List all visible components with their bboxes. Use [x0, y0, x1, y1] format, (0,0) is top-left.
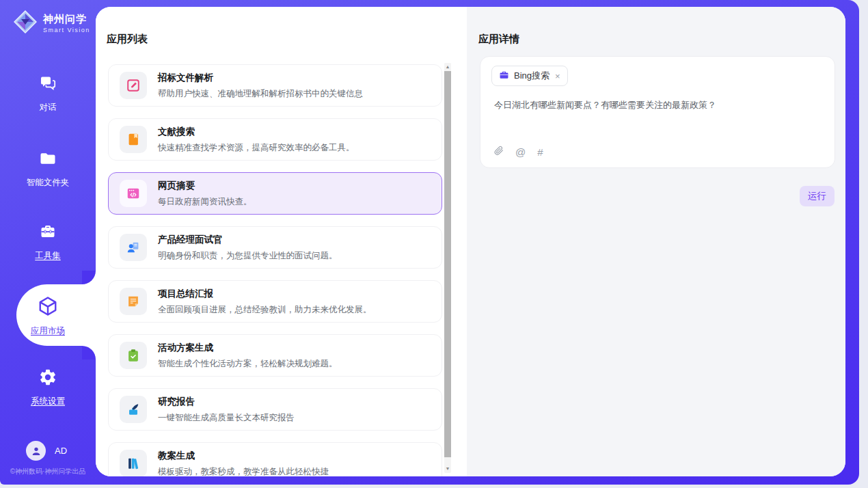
app-item-title: 研究报告 — [158, 396, 295, 408]
app-item-desc: 快速精准查找学术资源，提高研究效率的必备工具。 — [158, 142, 355, 154]
app-item-desc: 一键智能生成高质量长文本研究报告 — [158, 412, 295, 424]
brand-text: 神州问学 Smart Vision — [43, 13, 90, 33]
app-list-panel: 应用列表 招标文件解析 帮助用户快速、准确地理解和解析招标书中的关键信息 文献搜… — [96, 7, 467, 476]
scrollbar[interactable]: ▲ ▼ — [444, 63, 451, 473]
app-item-title: 产品经理面试官 — [158, 234, 338, 246]
app-list: 招标文件解析 帮助用户快速、准确地理解和解析招标书中的关键信息 文献搜索 快速精… — [108, 64, 442, 476]
sidebar-item-label: 应用市场 — [31, 325, 65, 337]
brand-logo: 神州问学 Smart Vision — [12, 9, 90, 38]
user-name: AD — [55, 446, 67, 456]
bubble-fillet-bottom — [82, 346, 96, 360]
app-list-item[interactable]: 网页摘要 每日政府新闻资讯快查。 — [108, 172, 442, 215]
app-item-desc: 帮助用户快速、准确地理解和解析招标书中的关键信息 — [158, 88, 363, 100]
prompt-card[interactable]: Bing搜索 × 今日湖北有哪些新闻要点？有哪些需要关注的最新政策？ @ # — [480, 56, 835, 168]
app-list-item[interactable]: 文献搜索 快速精准查找学术资源，提高研究效率的必备工具。 — [108, 118, 442, 161]
app-item-desc: 明确身份和职责，为您提供专业性的面试问题。 — [158, 250, 338, 262]
app-item-title: 活动方案生成 — [158, 342, 338, 354]
scroll-down-icon[interactable]: ▼ — [444, 465, 451, 472]
app-list-item[interactable]: 招标文件解析 帮助用户快速、准确地理解和解析招标书中的关键信息 — [108, 64, 442, 107]
content-area: 应用列表 招标文件解析 帮助用户快速、准确地理解和解析招标书中的关键信息 文献搜… — [96, 7, 845, 476]
sidebar-item-label: 系统设置 — [31, 396, 65, 407]
tool-tag-label: Bing搜索 — [514, 70, 550, 82]
person-icon — [31, 446, 42, 457]
copyright-text: ©神州数码·神州问学出品 — [0, 467, 96, 476]
sidebar-item-label: 对话 — [40, 102, 57, 113]
app-item-desc: 每日政府新闻资讯快查。 — [158, 196, 252, 208]
run-button[interactable]: 运行 — [800, 186, 835, 206]
screen: 神州问学 Smart Vision 对话 — [0, 0, 868, 488]
cube-icon — [38, 296, 58, 319]
app-list-item[interactable]: 项目总结汇报 全面回顾项目进展，总结经验教训，助力未来优化发展。 — [108, 280, 442, 323]
brand-name: 神州问学 — [43, 13, 90, 26]
briefcase-icon — [499, 70, 509, 83]
gear-icon — [38, 368, 57, 390]
note-icon — [120, 288, 147, 315]
hash-icon[interactable]: # — [537, 146, 543, 158]
app-item-desc: 智能生成个性化活动方案，轻松解决规划难题。 — [158, 358, 338, 370]
app-item-title: 招标文件解析 — [158, 72, 363, 84]
clipboard-check-icon — [120, 342, 147, 369]
bubble-fillet-top — [82, 271, 96, 284]
app-item-desc: 全面回顾项目进展，总结经验教训，助力未来优化发展。 — [158, 304, 372, 316]
scroll-up-icon[interactable]: ▲ — [444, 64, 451, 70]
tool-tag-bing-search[interactable]: Bing搜索 × — [491, 66, 568, 86]
avatar — [26, 441, 46, 461]
sidebar-item-app-market[interactable]: 应用市场 — [0, 296, 96, 337]
doc-edit-icon — [120, 72, 147, 99]
app-list-item[interactable]: 教案生成 模板驱动，教案秒成，教学准备从此轻松快捷 — [108, 442, 442, 476]
chat-icon — [38, 74, 57, 96]
diamond-logo-icon — [12, 9, 38, 38]
app-list-item[interactable]: 研究报告 一键智能生成高质量长文本研究报告 — [108, 388, 442, 431]
sidebar: 神州问学 Smart Vision 对话 — [0, 0, 96, 485]
interview-icon — [120, 234, 147, 261]
app-list-item[interactable]: 产品经理面试官 明确身份和职责，为您提供专业性的面试问题。 — [108, 226, 442, 269]
books-icon — [120, 450, 147, 476]
app-item-title: 文献搜索 — [158, 126, 355, 138]
app-item-title: 网页摘要 — [158, 180, 252, 192]
app-detail-title: 应用详情 — [478, 33, 519, 46]
user-account[interactable]: AD — [26, 441, 67, 461]
sidebar-item-label: 智能文件夹 — [27, 177, 70, 189]
scrollbar-thumb[interactable] — [444, 71, 451, 457]
mention-at-icon[interactable]: @ — [515, 146, 526, 158]
sidebar-item-smart-folder[interactable]: 智能文件夹 — [0, 149, 96, 189]
app-detail-panel: 应用详情 Bing搜索 × 今日湖北有哪些新闻要点？有哪些需要关注的最新政策？ — [467, 7, 845, 476]
book-icon — [120, 126, 147, 153]
browser-code-icon — [120, 180, 147, 207]
folder-icon — [38, 149, 57, 171]
research-icon — [120, 396, 147, 423]
app-list-title: 应用列表 — [107, 33, 148, 46]
app-list-item[interactable]: 活动方案生成 智能生成个性化活动方案，轻松解决规划难题。 — [108, 334, 442, 377]
app-window: 神州问学 Smart Vision 对话 — [0, 0, 859, 485]
app-item-desc: 模板驱动，教案秒成，教学准备从此轻松快捷 — [158, 466, 329, 477]
paperclip-icon[interactable] — [493, 145, 504, 159]
attachment-toolbar: @ # — [493, 145, 543, 159]
prompt-text[interactable]: 今日湖北有哪些新闻要点？有哪些需要关注的最新政策？ — [494, 99, 815, 111]
sidebar-item-label: 工具集 — [35, 250, 61, 262]
toolbox-icon — [38, 222, 57, 244]
sidebar-item-chat[interactable]: 对话 — [0, 74, 96, 113]
sidebar-item-settings[interactable]: 系统设置 — [0, 368, 96, 407]
close-icon[interactable]: × — [555, 71, 560, 81]
app-item-title: 项目总结汇报 — [158, 288, 372, 300]
app-item-title: 教案生成 — [158, 450, 329, 462]
brand-tagline: Smart Vision — [43, 27, 90, 33]
sidebar-item-toolset[interactable]: 工具集 — [0, 222, 96, 262]
